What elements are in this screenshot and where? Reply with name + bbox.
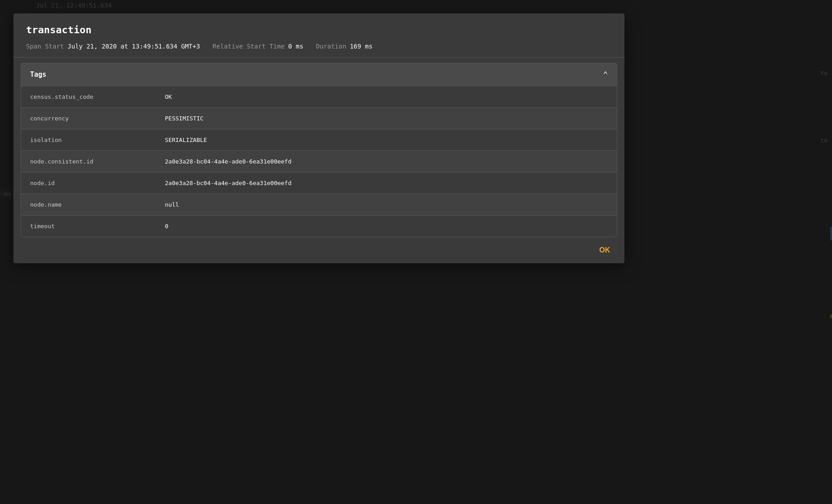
transaction-modal: transaction Span Start July 21, 2020 at …: [13, 13, 624, 263]
span-start-label: Span Start: [26, 43, 64, 50]
table-row: isolationSERIALIZABLE: [21, 129, 617, 150]
table-row: timeout0: [21, 215, 617, 237]
duration-label: Duration: [316, 43, 346, 50]
tag-key: concurrency: [30, 115, 165, 122]
tags-scroll-container[interactable]: census.status_codeOKconcurrencyPESSIMIST…: [21, 86, 617, 237]
tag-value: 2a0e3a28-bc04-4a4e-ade0-6ea31e00eefd: [165, 158, 608, 165]
table-row: node.namenull: [21, 194, 617, 215]
tag-key: isolation: [30, 137, 165, 143]
tag-value: 2a0e3a28-bc04-4a4e-ade0-6ea31e00eefd: [165, 180, 608, 186]
tags-section: Tags ⌃ census.status_codeOKconcurrencyPE…: [21, 63, 617, 237]
tag-key: timeout: [30, 223, 165, 230]
modal-footer: OK: [13, 237, 624, 263]
ok-button[interactable]: OK: [596, 244, 614, 256]
tag-value: 0: [165, 223, 608, 230]
tag-key: node.consistent.id: [30, 158, 165, 165]
modal-title: transaction: [26, 24, 612, 35]
chevron-up-icon: ⌃: [603, 71, 608, 79]
table-row: node.id2a0e3a28-bc04-4a4e-ade0-6ea31e00e…: [21, 172, 617, 194]
span-start-value: July 21, 2020 at 13:49:51.634 GMT+3: [67, 43, 200, 50]
table-row: census.status_codeOK: [21, 86, 617, 107]
relative-start-label: Relative Start Time: [212, 43, 284, 50]
tag-value: PESSIMISTIC: [165, 115, 608, 122]
modal-meta: Span Start July 21, 2020 at 13:49:51.634…: [26, 43, 612, 50]
duration-value: 169 ms: [350, 43, 373, 50]
table-row: node.consistent.id2a0e3a28-bc04-4a4e-ade…: [21, 150, 617, 172]
relative-start-value: 0 ms: [288, 43, 303, 50]
modal-header: transaction Span Start July 21, 2020 at …: [13, 13, 624, 57]
tags-header[interactable]: Tags ⌃: [21, 63, 617, 86]
tag-value: null: [165, 201, 608, 208]
tag-key: node.id: [30, 180, 165, 186]
table-row: concurrencyPESSIMISTIC: [21, 107, 617, 129]
tag-key: node.name: [30, 201, 165, 208]
tag-value: OK: [165, 93, 608, 100]
tag-value: SERIALIZABLE: [165, 137, 608, 143]
tag-key: census.status_code: [30, 93, 165, 100]
tags-title: Tags: [30, 71, 46, 79]
